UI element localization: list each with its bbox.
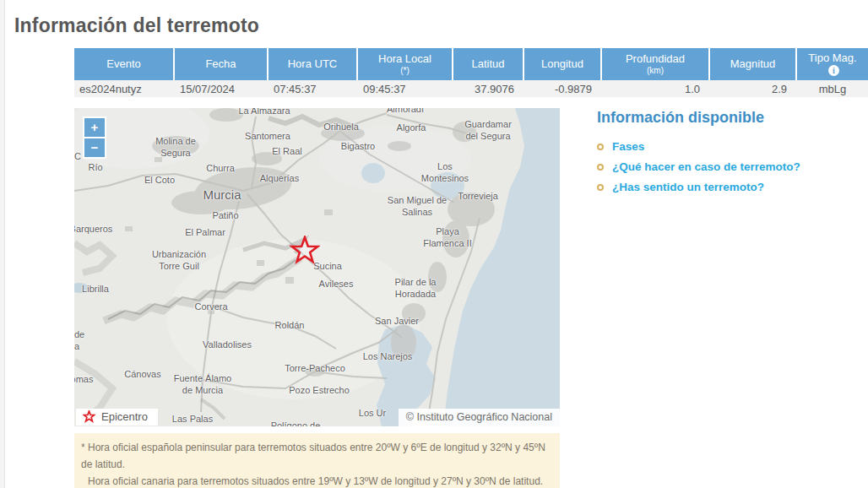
epicenter-legend: Epicentro — [76, 409, 158, 426]
list-item[interactable]: Fases — [597, 140, 859, 153]
sidebar-link[interactable]: ¿Qué hacer en caso de terremoto? — [612, 160, 800, 173]
list-item[interactable]: ¿Qué hacer en caso de terremoto? — [597, 160, 859, 173]
header-sub-label: (*) — [400, 66, 410, 76]
cell-hora-utc: 07:45:37 — [269, 83, 358, 95]
circle-bullet-icon — [597, 144, 604, 150]
cell-longitud: -0.9879 — [524, 83, 602, 95]
available-info-heading: Información disponible — [597, 109, 859, 127]
header-label: Longitud — [541, 58, 583, 71]
available-info-links: Fases ¿Qué hacer en caso de terremoto? ¿… — [597, 140, 859, 193]
header-label: Fecha — [205, 58, 236, 71]
page-left-edge — [0, 0, 5, 488]
available-info-panel: Información disponible Fases ¿Qué hacer … — [597, 109, 859, 201]
table-header-cell: Hora Local (*) — [358, 48, 452, 80]
table-header-cell: Fecha — [175, 48, 267, 80]
epicenter-star-marker — [290, 236, 320, 266]
sidebar-link[interactable]: ¿Has sentido un terremoto? — [612, 181, 764, 193]
map-canvas[interactable]: La AlmazaraAlmoradíOrihuelaGuardamar del… — [74, 108, 560, 426]
map-zoom-controls: + − — [83, 117, 106, 159]
zoom-out-button[interactable]: − — [84, 138, 105, 157]
table-data-row: es2024nutyz 15/07/2024 07:45:37 09:45:37… — [74, 80, 868, 97]
cell-hora-local: 09:45:37 — [358, 83, 453, 95]
sidebar-link[interactable]: Fases — [612, 140, 644, 153]
table-header-cell: Tipo Mag. i — [797, 48, 868, 80]
table-header-cell: Magnitud — [710, 48, 795, 80]
header-label: Tipo Mag. — [808, 52, 856, 65]
table-header-cell: Profundidad (km) — [602, 48, 708, 80]
cell-profundidad: 1.0 — [602, 83, 710, 95]
circle-bullet-icon — [597, 164, 604, 171]
legend-star-icon — [83, 410, 95, 423]
header-label: Hora UTC — [288, 58, 338, 71]
header-label: Magnitud — [730, 58, 775, 71]
legend-label: Epicentro — [101, 410, 148, 423]
map-base-art — [74, 108, 560, 426]
header-label: Profundidad — [626, 53, 685, 66]
cell-fecha: 15/07/2024 — [175, 83, 269, 95]
circle-bullet-icon — [597, 184, 604, 191]
table-header-cell: Longitud — [524, 48, 600, 80]
header-sub-label: (km) — [647, 66, 664, 76]
time-footnote: * Hora oficial española peninsular para … — [74, 433, 560, 488]
header-subline: (*) — [400, 66, 410, 76]
cell-evento: es2024nutyz — [74, 83, 175, 95]
cell-latitud: 37.9076 — [453, 83, 524, 95]
table-header-cell: Hora UTC — [269, 48, 356, 80]
page-title: Información del terremoto — [14, 14, 259, 37]
earthquake-info-page: Información del terremoto Evento Fecha — [0, 0, 868, 488]
cell-tipo-mag: mbLg — [797, 83, 868, 95]
map-attribution: © Instituto Geográfico Nacional — [399, 409, 560, 426]
list-item[interactable]: ¿Has sentido un terremoto? — [597, 181, 859, 193]
table-header-cell: Evento — [74, 48, 173, 80]
header-label: Latitud — [471, 58, 504, 71]
table-header-row: Evento Fecha Hora UTC — [74, 48, 868, 80]
header-label: Evento — [106, 58, 140, 71]
footnote-line-1: * Hora oficial española peninsular para … — [81, 440, 553, 474]
footnote-line-2: Hora oficial canaria para terremotos sit… — [81, 474, 553, 488]
header-subline: (km) — [647, 66, 664, 76]
zoom-in-button[interactable]: + — [84, 118, 105, 137]
info-icon[interactable]: i — [828, 65, 839, 76]
earthquake-table: Evento Fecha Hora UTC — [74, 48, 868, 97]
cell-magnitud: 2.9 — [710, 83, 797, 95]
header-label: Hora Local — [378, 53, 431, 66]
header-subline: i — [826, 65, 839, 76]
table-header-cell: Latitud — [453, 48, 523, 80]
